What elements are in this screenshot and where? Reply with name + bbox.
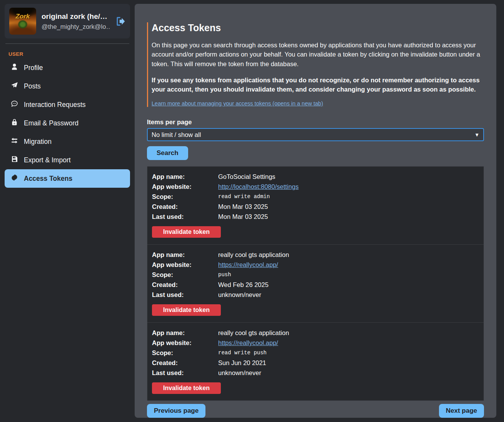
next-page-button[interactable]: Next page (439, 404, 484, 418)
learn-more-link[interactable]: Learn more about managing your access to… (152, 100, 323, 107)
sidebar-divider (5, 43, 129, 44)
token-details: App name: really cool gts application Ap… (152, 328, 479, 378)
logout-button[interactable] (115, 16, 125, 27)
last-used-value: Mon Mar 03 2025 (218, 212, 479, 222)
app-website-label: App website: (152, 338, 218, 348)
sidebar-item-migration[interactable]: Migration (5, 132, 130, 151)
search-button[interactable]: Search (147, 146, 188, 160)
user-names: original zork (he/… @the_mighty_zork@lo… (42, 12, 110, 30)
scope-label: Scope: (152, 348, 218, 358)
pagination: Previous page Next page (147, 404, 484, 418)
created-value: Wed Feb 26 2025 (218, 280, 479, 290)
sign-out-icon (115, 16, 125, 27)
description-paragraph: On this page you can search through acce… (152, 40, 484, 68)
seal-icon (11, 174, 18, 183)
last-used-label: Last used: (152, 290, 218, 300)
sidebar-item-email-password[interactable]: Email & Password (5, 114, 130, 132)
user-handle: @the_mighty_zork@lo… (42, 23, 110, 30)
warning-paragraph: If you see any tokens from applications … (152, 75, 484, 94)
last-used-value: unknown/never (218, 368, 479, 378)
last-used-label: Last used: (152, 212, 218, 222)
chevron-down-icon: ▼ (474, 132, 479, 138)
created-value: Sun Jun 20 2021 (218, 358, 479, 368)
last-used-label: Last used: (152, 368, 218, 378)
invalidate-token-button[interactable]: Invalidate token (152, 226, 221, 238)
sidebar-item-label: Profile (24, 64, 43, 72)
sidebar-item-label: Access Tokens (24, 175, 72, 183)
last-used-value: unknown/never (218, 290, 479, 300)
display-name: original zork (he/… (42, 12, 110, 21)
sidebar: Zork original zork (he/… @the_mighty_zor… (0, 0, 135, 422)
created-label: Created: (152, 358, 218, 368)
sidebar-item-label: Migration (24, 138, 52, 146)
token-list: App name: GoToSocial Settings App websit… (147, 166, 484, 401)
items-per-page-label: Items per page (147, 118, 484, 126)
token-details: App name: GoToSocial Settings App websit… (152, 172, 479, 222)
app-name-value: GoToSocial Settings (218, 172, 479, 182)
created-label: Created: (152, 202, 218, 212)
created-label: Created: (152, 280, 218, 290)
app-website-link[interactable]: http://localhost:8080/settings (218, 183, 299, 190)
sidebar-item-profile[interactable]: Profile (5, 58, 130, 77)
sidebar-item-posts[interactable]: Posts (5, 77, 130, 95)
user-icon (11, 63, 18, 72)
user-card: Zork original zork (he/… @the_mighty_zor… (5, 4, 130, 38)
comment-dots-icon (11, 100, 18, 109)
scope-label: Scope: (152, 270, 218, 280)
invalidate-token-button[interactable]: Invalidate token (152, 304, 221, 316)
lock-icon (11, 118, 18, 128)
page-title: Access Tokens (152, 22, 484, 33)
sidebar-item-label: Interaction Requests (24, 101, 86, 109)
items-per-page-select[interactable]: No limit / show all ▼ (147, 128, 484, 141)
token-entry: App name: really cool gts application Ap… (147, 322, 484, 400)
floppy-disk-icon (11, 155, 18, 165)
access-tokens-intro: Access Tokens On this page you can searc… (147, 22, 484, 107)
sidebar-section-label: USER (8, 51, 135, 57)
transfer-arrows-icon (11, 137, 18, 146)
scope-label: Scope: (152, 192, 218, 202)
sidebar-item-label: Email & Password (24, 119, 78, 127)
sidebar-item-label: Export & Import (24, 156, 71, 164)
invalidate-token-button[interactable]: Invalidate token (152, 382, 221, 394)
token-entry: App name: GoToSocial Settings App websit… (147, 167, 484, 244)
main-panel: Access Tokens On this page you can searc… (135, 4, 496, 418)
sidebar-menu: Profile Posts Interaction Requests Email… (0, 58, 135, 188)
sidebar-item-access-tokens[interactable]: Access Tokens (5, 169, 130, 188)
app-name-label: App name: (152, 250, 218, 260)
scope-value: push (218, 270, 479, 280)
sidebar-item-label: Posts (24, 82, 41, 90)
app-website-label: App website: (152, 182, 218, 192)
token-details: App name: really cool gts application Ap… (152, 250, 479, 300)
app-name-label: App name: (152, 328, 218, 338)
token-entry: App name: really cool gts application Ap… (147, 244, 484, 322)
previous-page-button[interactable]: Previous page (147, 404, 205, 418)
avatar-art-text: Zork (9, 13, 36, 20)
paper-plane-icon (11, 82, 18, 91)
app-name-label: App name: (152, 172, 218, 182)
sidebar-item-interaction-requests[interactable]: Interaction Requests (5, 95, 130, 114)
avatar[interactable]: Zork (9, 8, 36, 35)
scope-value: read write push (218, 348, 479, 358)
items-per-page-value: No limit / show all (152, 131, 201, 138)
app-website-label: App website: (152, 260, 218, 270)
scope-value: read write admin (218, 192, 479, 202)
sidebar-item-export-import[interactable]: Export & Import (5, 151, 130, 169)
app-website-link[interactable]: https://reallycool.app/ (218, 339, 278, 346)
app-name-value: really cool gts application (218, 250, 479, 260)
app-name-value: really cool gts application (218, 328, 479, 338)
app-website-link[interactable]: https://reallycool.app/ (218, 261, 278, 268)
created-value: Mon Mar 03 2025 (218, 202, 479, 212)
